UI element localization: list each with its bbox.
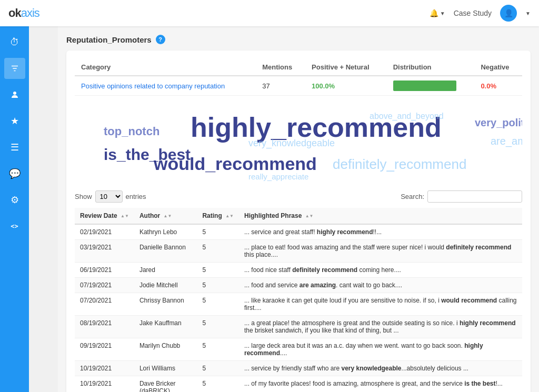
- word-cloud-word: top_notch: [104, 125, 159, 138]
- word-cloud-word: is_the_best: [104, 146, 191, 164]
- sidebar: ⏱ ★ ☰ 💬 ⚙ <>: [0, 0, 29, 392]
- help-icon[interactable]: ?: [156, 35, 165, 44]
- word-cloud: highly_recommendwould_recommenddefinitel…: [75, 101, 522, 185]
- sort-phrase-icon: ▲▼: [305, 214, 314, 218]
- cell-rating: 5: [197, 263, 239, 278]
- cell-date: 10/19/2021: [75, 376, 134, 393]
- cell-rating: 5: [197, 338, 239, 361]
- sidebar-dashboard[interactable]: ⏱: [4, 32, 25, 53]
- summary-distribution: [387, 76, 475, 96]
- cell-author: Chrissy Bannon: [134, 293, 197, 316]
- cell-rating: 5: [197, 361, 239, 376]
- cell-date: 07/19/2021: [75, 278, 134, 293]
- bell-button[interactable]: 🔔 ▼: [430, 9, 445, 17]
- cell-author: Dave Bricker (daBRICK): [134, 376, 197, 393]
- summary-positive: 100.0%: [305, 76, 387, 96]
- cell-author: Jake Kauffman: [134, 316, 197, 338]
- sort-author-icon: ▲▼: [164, 214, 172, 218]
- case-study-button[interactable]: Case Study: [454, 9, 492, 17]
- cell-rating: 5: [197, 376, 239, 393]
- th-date[interactable]: Review Date ▲▼: [75, 208, 134, 224]
- user-dropdown-icon: ▼: [525, 11, 531, 16]
- cell-author: Marilyn Chubb: [134, 338, 197, 361]
- main-card: Category Mentions Positive + Netural Dis…: [66, 51, 531, 392]
- cell-rating: 5: [197, 224, 239, 240]
- table-row: 06/19/2021 Jared 5 ... food nice staff d…: [75, 263, 522, 278]
- search-input[interactable]: [427, 190, 522, 203]
- summary-negative: 0.0%: [474, 76, 522, 96]
- sort-date-icon: ▲▼: [121, 214, 129, 218]
- sidebar-list[interactable]: ☰: [4, 137, 25, 158]
- cell-author: Kathryn Lebo: [134, 224, 197, 240]
- table-row: 02/19/2021 Kathryn Lebo 5 ... service an…: [75, 224, 522, 240]
- avatar-icon: 👤: [504, 9, 513, 17]
- table-row: 03/19/2021 Danielle Bannon 5 ... place t…: [75, 240, 522, 263]
- word-cloud-word: very_knowledgeable: [248, 138, 335, 149]
- cell-author: Jared: [134, 263, 197, 278]
- cell-phrase: ... food and service are amazing. cant w…: [239, 278, 522, 293]
- show-label: Show: [75, 193, 92, 200]
- word-cloud-word: above_and_beyond: [370, 112, 444, 121]
- th-phrase[interactable]: Highlighted Phrase ▲▼: [239, 208, 522, 224]
- word-cloud-word: definitely_recommend: [333, 156, 466, 173]
- cell-date: 03/19/2021: [75, 240, 134, 263]
- cell-phrase: ... large deck area but it was an a.c. d…: [239, 338, 522, 361]
- summary-mentions: 37: [256, 76, 305, 96]
- cell-date: 06/19/2021: [75, 263, 134, 278]
- cell-author: Lori Williams: [134, 361, 197, 376]
- search-box: Search:: [401, 190, 522, 203]
- col-distribution: Distribution: [387, 59, 475, 76]
- th-author[interactable]: Author ▲▼: [134, 208, 197, 224]
- summary-table: Category Mentions Positive + Netural Dis…: [75, 59, 522, 96]
- sidebar-user[interactable]: [4, 84, 25, 105]
- cell-phrase: ... service and great staff! highly reco…: [239, 224, 522, 240]
- col-mentions: Mentions: [256, 59, 305, 76]
- table-row: 08/19/2021 Jake Kauffman 5 ... a great p…: [75, 316, 522, 338]
- logo: okaxis: [8, 6, 39, 20]
- col-negative: Negative: [474, 59, 522, 76]
- sidebar-star[interactable]: ★: [4, 110, 25, 132]
- page-title: Reputation_Promoters: [66, 35, 152, 44]
- summary-category[interactable]: Positive opinions related to company rep…: [75, 76, 256, 96]
- sort-rating-icon: ▲▼: [225, 214, 234, 218]
- cell-author: Jodie Mitchell: [134, 278, 197, 293]
- cell-phrase: ... like karaoke it can get quite loud i…: [239, 293, 522, 316]
- table-row: 09/19/2021 Marilyn Chubb 5 ... large dec…: [75, 338, 522, 361]
- cell-rating: 5: [197, 240, 239, 263]
- word-cloud-word: are_amazing: [491, 135, 522, 147]
- show-entries: Show 10 25 50 100 entries: [75, 190, 146, 203]
- cell-date: 02/19/2021: [75, 224, 134, 240]
- cell-rating: 5: [197, 316, 239, 338]
- word-cloud-word: very_polite: [475, 117, 522, 129]
- summary-row: Positive opinions related to company rep…: [75, 76, 522, 96]
- cell-phrase: ... of my favorite places! food is amazi…: [239, 376, 522, 393]
- table-row: 10/19/2021 Dave Bricker (daBRICK) 5 ... …: [75, 376, 522, 393]
- cell-date: 08/19/2021: [75, 316, 134, 338]
- th-rating[interactable]: Rating ▲▼: [197, 208, 239, 224]
- cell-date: 07/20/2021: [75, 293, 134, 316]
- cell-rating: 5: [197, 278, 239, 293]
- table-row: 07/19/2021 Jodie Mitchell 5 ... food and…: [75, 278, 522, 293]
- search-label: Search:: [401, 193, 424, 200]
- main-area: Reputation_Promoters ? Category Mentions…: [58, 26, 539, 392]
- table-row: 07/20/2021 Chrissy Bannon 5 ... like kar…: [75, 293, 522, 316]
- bell-dropdown-icon: ▼: [440, 11, 445, 16]
- topnav-right: 🔔 ▼ Case Study 👤 ▼: [430, 5, 531, 22]
- sidebar-filter[interactable]: [4, 58, 25, 79]
- entries-label: entries: [126, 193, 146, 200]
- cell-phrase: ... service by friendly staff who are ve…: [239, 361, 522, 376]
- col-category: Category: [75, 59, 256, 76]
- table-row: 10/19/2021 Lori Williams 5 ... service b…: [75, 361, 522, 376]
- word-cloud-word: really_appreciate: [248, 172, 308, 181]
- cell-phrase: ... a great place! the atmosphere is gre…: [239, 316, 522, 338]
- avatar[interactable]: 👤: [500, 5, 517, 22]
- entries-select[interactable]: 10 25 50 100: [95, 190, 123, 203]
- page-header: Reputation_Promoters ?: [66, 35, 531, 44]
- sidebar-chat[interactable]: 💬: [4, 163, 25, 184]
- col-positive: Positive + Netural: [305, 59, 387, 76]
- sidebar-code[interactable]: <>: [4, 216, 25, 237]
- sidebar-settings[interactable]: ⚙: [4, 189, 25, 210]
- cell-date: 10/19/2021: [75, 361, 134, 376]
- topnav: okaxis 🔔 ▼ Case Study 👤 ▼: [0, 0, 539, 26]
- cell-date: 09/19/2021: [75, 338, 134, 361]
